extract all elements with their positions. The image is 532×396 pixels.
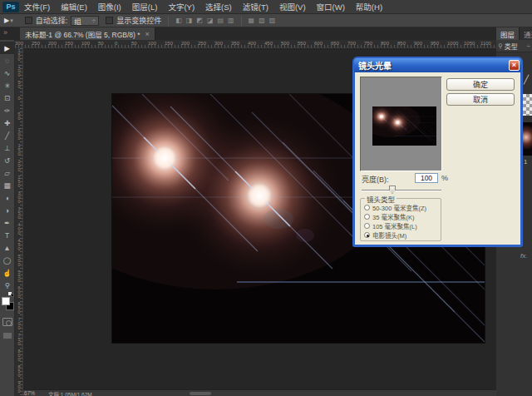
ruler-label: 600: [15, 285, 22, 301]
tool-button[interactable]: ◌: [0, 54, 15, 67]
panel-tab[interactable]: 图层: [496, 27, 520, 40]
tool-button[interactable]: ↺: [0, 154, 15, 166]
filter-type-value[interactable]: 类型: [505, 42, 518, 51]
tool-icon: ▲: [3, 244, 10, 252]
brightness-input[interactable]: 100: [415, 173, 438, 183]
ruler-label: 950: [431, 40, 447, 47]
ruler-label: 0: [15, 96, 22, 111]
ruler-label: 850: [15, 364, 22, 380]
document-size-info: 文档:1.05M/1.62M: [48, 390, 92, 396]
ok-button[interactable]: 确定: [446, 78, 515, 91]
tool-icon: ☝: [2, 269, 12, 277]
quick-mask-icon[interactable]: [2, 318, 12, 326]
tool-icon: ▶: [4, 44, 10, 52]
screen-mode-icon[interactable]: [2, 332, 12, 339]
distribute-icon[interactable]: ▦: [249, 17, 255, 24]
ruler-label: 100: [15, 64, 22, 80]
tool-button[interactable]: ▶: [0, 42, 15, 54]
lens-type-option-label: 35 毫米聚焦(K): [372, 212, 414, 221]
ruler-label: 850: [397, 40, 414, 47]
tool-button[interactable]: ⊡: [0, 92, 15, 104]
panel-tab[interactable]: 通道: [520, 27, 532, 40]
tool-button[interactable]: ◑: [0, 204, 15, 216]
document-tab[interactable]: 未标题-1 @ 66.7% (图层 5, RGB/8) * ×: [20, 27, 155, 40]
cancel-button[interactable]: 取消: [446, 93, 515, 106]
lens-type-option-label: 105 毫米聚焦(L): [372, 221, 417, 230]
close-tab-icon[interactable]: ×: [145, 30, 150, 38]
flare-preview-well[interactable]: [360, 77, 442, 171]
lens-type-option[interactable]: 50-300 毫米变焦(Z): [364, 203, 426, 212]
foreground-color-swatch[interactable]: [2, 297, 10, 305]
ruler-label: 900: [414, 40, 431, 47]
align-icon[interactable]: ▤: [217, 17, 224, 24]
lens-type-option[interactable]: 105 毫米聚焦(L): [364, 221, 426, 230]
lens-type-option[interactable]: 35 毫米聚焦(K): [364, 212, 426, 221]
tool-icon: ⊡: [4, 94, 10, 102]
tool-strip: ▶◌∿✳⊡✑✚╱⊥↺▱▦◖◑✒T▲◯☝⚲: [0, 40, 15, 396]
tool-button[interactable]: ⊥: [0, 141, 15, 154]
dialog-titlebar[interactable]: 镜头光晕 ×: [354, 58, 521, 72]
align-icon[interactable]: ◩: [196, 17, 203, 24]
ruler-label: 50: [15, 111, 22, 127]
ruler-label: 250: [32, 40, 48, 47]
radio-icon: [364, 223, 370, 229]
ruler-label: 1100: [480, 40, 496, 47]
menu-item[interactable]: 选择(S): [205, 1, 232, 12]
current-tool-icon: ▶: [4, 17, 9, 24]
menu-item[interactable]: 编辑(E): [61, 1, 87, 12]
align-icon[interactable]: ◨: [186, 17, 193, 24]
tool-button[interactable]: ╱: [0, 129, 15, 141]
show-transform-label: 显示变换控件: [116, 15, 161, 26]
collapse-chevron-icon[interactable]: »: [3, 28, 7, 37]
ruler-label: 350: [15, 206, 22, 222]
tool-button[interactable]: ∿: [0, 67, 15, 79]
distribute-icon[interactable]: ▨: [269, 17, 276, 24]
distribute-icon[interactable]: ▧: [259, 17, 265, 24]
align-icon[interactable]: ◧: [175, 17, 182, 24]
lens-type-option-label: 50-300 毫米变焦(Z): [372, 203, 426, 212]
menu-item[interactable]: 视图(V): [279, 1, 306, 12]
auto-select-dropdown[interactable]: 组 ÷: [71, 16, 99, 26]
menu-item[interactable]: 滤镜(T): [243, 1, 268, 12]
dialog-close-button[interactable]: ×: [509, 60, 520, 71]
menu-item[interactable]: 图层(L): [132, 1, 158, 12]
show-transform-checkbox[interactable]: [106, 17, 113, 24]
align-icon[interactable]: ◪: [207, 17, 214, 24]
tool-button[interactable]: ✳: [0, 79, 15, 92]
slider-thumb[interactable]: [389, 186, 396, 194]
tool-preset-caret-icon[interactable]: ▾: [10, 17, 13, 24]
tool-button[interactable]: ▲: [0, 241, 15, 254]
tool-button[interactable]: ▦: [0, 179, 15, 191]
fx-label[interactable]: fx.: [520, 252, 527, 260]
options-bar: ▶ ▾ 自动选择: 组 ÷ 显示变换控件 ◧◨◩◪▤▥ ▦▧▨: [0, 14, 532, 27]
ruler-label: 250: [15, 175, 22, 191]
menu-item[interactable]: 窗口(W): [317, 1, 345, 12]
tool-button[interactable]: T: [0, 229, 15, 241]
radio-icon: [364, 214, 370, 220]
ruler-label: 450: [15, 238, 22, 254]
tool-button[interactable]: ◖: [0, 191, 15, 204]
tool-button[interactable]: ☝: [0, 266, 15, 279]
menu-item[interactable]: 文字(Y): [168, 1, 195, 12]
tool-button[interactable]: ✒: [0, 216, 15, 229]
layer-thumbnail[interactable]: [523, 122, 532, 156]
tool-button[interactable]: ⚲: [0, 279, 15, 291]
transparency-thumbnail[interactable]: [523, 94, 532, 116]
ruler-label: 150: [15, 48, 22, 64]
align-icon[interactable]: ▥: [228, 17, 234, 24]
tool-button[interactable]: ✑: [0, 104, 15, 116]
brightness-label: 亮度(B):: [362, 174, 389, 185]
lens-type-option[interactable]: 电影镜头(M): [364, 230, 426, 240]
tool-button[interactable]: ◯: [0, 254, 15, 266]
tool-button[interactable]: ▱: [0, 166, 15, 179]
menu-item[interactable]: 图像(I): [98, 1, 121, 12]
auto-select-checkbox[interactable]: [25, 17, 32, 24]
menu-item[interactable]: 帮助(H): [356, 1, 382, 12]
tool-button[interactable]: ✚: [0, 116, 15, 129]
tool-icon: T: [5, 231, 9, 240]
horizontal-scrollbar[interactable]: [190, 392, 211, 395]
menu-item[interactable]: 文件(F): [24, 1, 50, 12]
separator: [241, 16, 242, 26]
ruler-label: 150: [65, 40, 81, 47]
filter-stepper-icon[interactable]: ÷: [527, 42, 530, 50]
